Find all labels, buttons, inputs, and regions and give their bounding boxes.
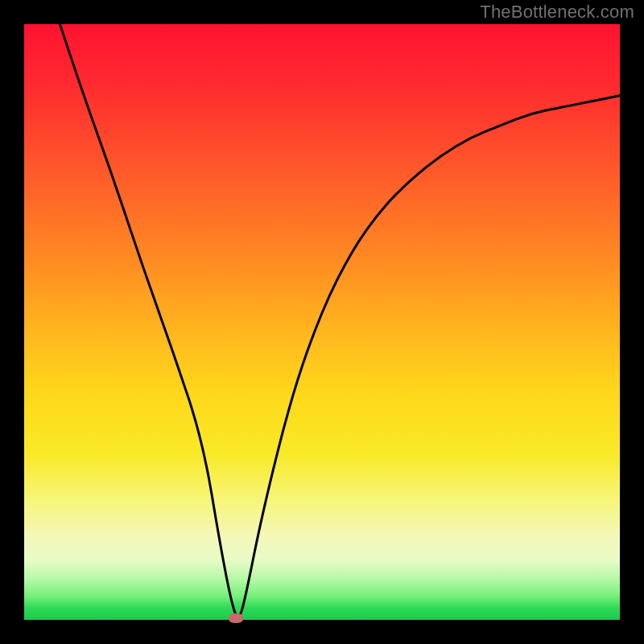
plot-area xyxy=(24,24,620,620)
chart-frame: TheBottleneck.com xyxy=(0,0,644,644)
curve-svg xyxy=(24,24,620,620)
watermark-label: TheBottleneck.com xyxy=(480,2,634,23)
minimum-marker xyxy=(229,613,243,623)
bottleneck-curve xyxy=(60,24,620,617)
